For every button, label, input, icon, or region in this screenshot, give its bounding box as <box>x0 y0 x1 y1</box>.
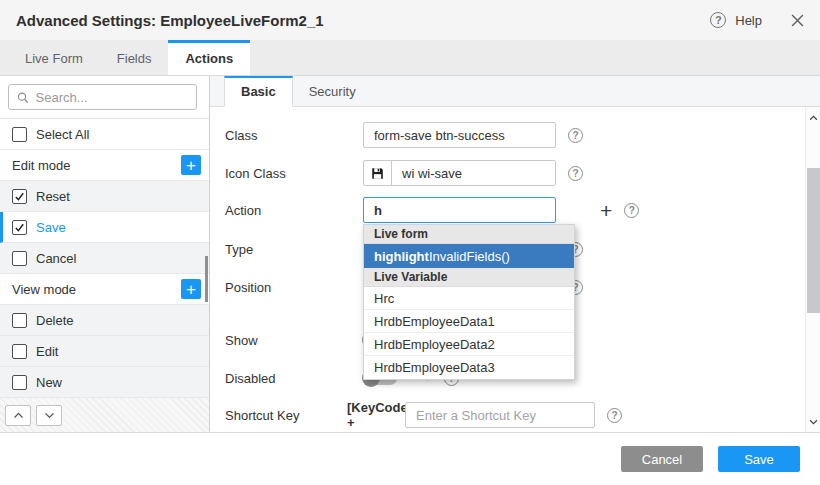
save-button[interactable]: Save <box>718 446 800 472</box>
search-icon <box>17 91 29 104</box>
new-checkbox[interactable] <box>12 375 27 390</box>
help-link[interactable]: Help <box>735 13 762 28</box>
dropdown-option-hrdbemployeedata3[interactable]: HrdbEmployeeData3 <box>364 356 574 379</box>
action-label: Action <box>225 203 363 218</box>
tab-basic[interactable]: Basic <box>224 76 293 107</box>
action-input[interactable] <box>363 197 556 223</box>
sidebar-scrollbar-thumb[interactable] <box>205 256 208 302</box>
add-edit-action-button[interactable] <box>181 155 201 175</box>
close-icon[interactable] <box>791 14 804 27</box>
icon-class-label: Icon Class <box>225 166 363 181</box>
save-label: Save <box>36 220 66 235</box>
tab-actions[interactable]: Actions <box>168 40 250 75</box>
chevron-up-icon <box>13 412 24 419</box>
dropdown-option-hrc[interactable]: Hrc <box>364 287 574 310</box>
add-view-action-button[interactable] <box>181 279 201 299</box>
dialog-footer: Cancel Save <box>0 432 820 485</box>
keycode-prefix: [KeyCode] + <box>347 400 405 430</box>
scroll-up-icon[interactable] <box>806 110 820 125</box>
field-row-shortcut-key: Shortcut Key [KeyCode] + <box>225 402 622 428</box>
cancel-button[interactable]: Cancel <box>621 446 703 472</box>
sidebar-item-edit[interactable]: Edit <box>0 336 209 367</box>
sidebar-reorder-bar <box>0 398 209 432</box>
action-help-icon[interactable] <box>624 203 639 218</box>
scroll-down-icon[interactable] <box>806 414 820 429</box>
position-label: Position <box>225 280 363 295</box>
icon-class-input[interactable] <box>392 161 555 185</box>
field-row-icon-class: Icon Class <box>225 160 583 186</box>
shortcut-key-help-icon[interactable] <box>607 408 622 423</box>
cancel-label: Cancel <box>36 251 76 266</box>
dropdown-option-hrdbemployeedata2[interactable]: HrdbEmployeeData2 <box>364 333 574 356</box>
help-icon[interactable] <box>710 12 726 28</box>
dropdown-option-highlightinvalidfields[interactable]: highlightInvalidFields() <box>364 244 574 268</box>
icon-class-group <box>363 160 556 186</box>
delete-label: Delete <box>36 313 74 328</box>
tab-live-form[interactable]: Live Form <box>8 40 100 75</box>
basic-tab-content: Class Icon Class Action <box>210 107 820 432</box>
class-help-icon[interactable] <box>568 128 583 143</box>
search-input[interactable] <box>36 90 188 105</box>
sidebar-item-delete[interactable]: Delete <box>0 305 209 336</box>
dialog-title: Advanced Settings: EmployeeLiveForm2_1 <box>16 12 324 29</box>
tab-security[interactable]: Security <box>293 76 372 106</box>
settings-panel: Basic Security Class Icon Class <box>210 76 820 432</box>
scrollbar-thumb[interactable] <box>807 168 820 313</box>
panel-scrollbar[interactable] <box>805 107 820 432</box>
dropdown-option-hrdbemployeedata1[interactable]: HrdbEmployeeData1 <box>364 310 574 333</box>
add-action-icon[interactable] <box>600 200 612 221</box>
sidebar-item-reset[interactable]: Reset <box>0 181 209 212</box>
view-mode-label: View mode <box>12 282 76 297</box>
new-label: New <box>36 375 62 390</box>
icon-class-help-icon[interactable] <box>568 166 583 181</box>
dialog-header: Advanced Settings: EmployeeLiveForm2_1 H… <box>0 0 820 40</box>
reset-checkbox[interactable] <box>12 189 27 204</box>
action-autocomplete-dropdown: Live form highlightInvalidFields() Live … <box>363 224 575 380</box>
floppy-disk-icon <box>364 161 392 185</box>
panel-tabs: Basic Security <box>210 76 820 107</box>
class-label: Class <box>225 128 363 143</box>
search-box[interactable] <box>8 84 197 110</box>
chevron-down-icon <box>44 412 55 419</box>
sidebar-item-save[interactable]: Save <box>0 212 209 243</box>
select-all-checkbox[interactable] <box>12 127 27 142</box>
select-all-row[interactable]: Select All <box>0 119 209 150</box>
sidebar-search <box>0 76 209 119</box>
group-header-view-mode: View mode <box>0 274 209 305</box>
type-label: Type <box>225 242 363 257</box>
shortcut-key-input[interactable] <box>405 402 595 428</box>
sidebar-item-new[interactable]: New <box>0 367 209 398</box>
advanced-settings-dialog: Advanced Settings: EmployeeLiveForm2_1 H… <box>0 0 820 485</box>
tab-fields[interactable]: Fields <box>100 40 169 75</box>
move-down-button[interactable] <box>36 405 62 426</box>
dropdown-group-live-form: Live form <box>364 225 574 244</box>
edit-label: Edit <box>36 344 58 359</box>
actions-sidebar: Select All Edit mode Reset Save <box>0 76 210 432</box>
dropdown-group-live-variable: Live Variable <box>364 268 574 287</box>
main-tabs: Live Form Fields Actions <box>0 40 820 76</box>
select-all-label: Select All <box>36 127 89 142</box>
delete-checkbox[interactable] <box>12 313 27 328</box>
disabled-label: Disabled <box>225 371 363 386</box>
edit-checkbox[interactable] <box>12 344 27 359</box>
show-label: Show <box>225 333 363 348</box>
cancel-checkbox[interactable] <box>12 251 27 266</box>
move-up-button[interactable] <box>5 405 31 426</box>
field-row-action: Action <box>225 197 639 223</box>
save-checkbox[interactable] <box>12 220 27 235</box>
shortcut-key-label: Shortcut Key <box>225 408 355 423</box>
group-header-edit-mode: Edit mode <box>0 150 209 181</box>
edit-mode-label: Edit mode <box>12 158 71 173</box>
sidebar-item-cancel[interactable]: Cancel <box>0 243 209 274</box>
field-row-class: Class <box>225 122 583 148</box>
reset-label: Reset <box>36 189 70 204</box>
class-input[interactable] <box>363 122 556 148</box>
